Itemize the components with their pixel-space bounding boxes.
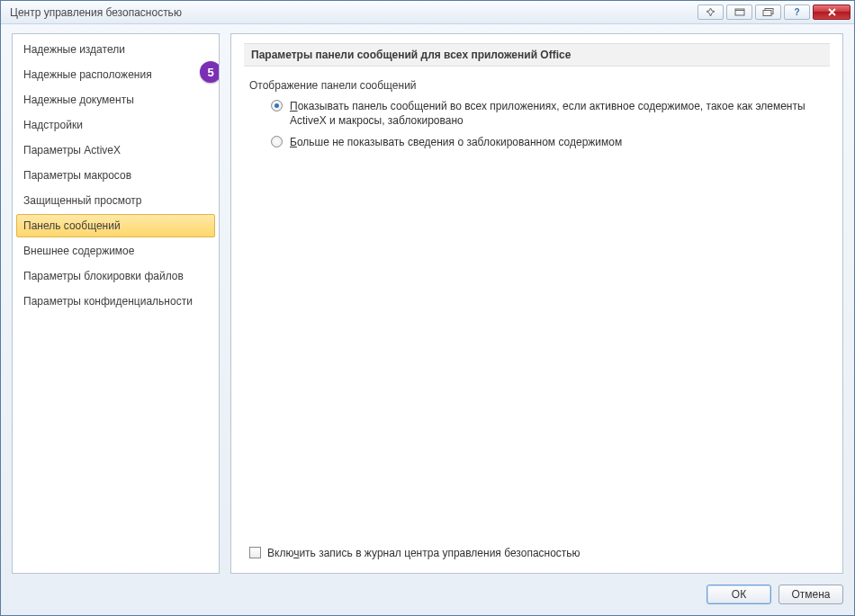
trust-center-window: Центр управления безопасностью ? Надежны… — [0, 0, 855, 616]
panes: Надежные издатели Надежные расположения … — [12, 33, 843, 574]
sidebar-item-label: Параметры блокировки файлов — [23, 270, 184, 282]
radio-icon — [271, 100, 283, 112]
sidebar-item-trusted-documents[interactable]: Надежные документы — [16, 88, 215, 112]
sidebar-item-activex[interactable]: Параметры ActiveX — [16, 138, 215, 162]
content-pane: Параметры панели сообщений для всех прил… — [230, 33, 843, 574]
window-title: Центр управления безопасностью — [10, 6, 698, 19]
cancel-button[interactable]: Отмена — [778, 585, 843, 604]
sidebar-item-protected-view[interactable]: Защищенный просмотр — [16, 189, 215, 212]
radio-label: Показывать панель сообщений во всех прил… — [290, 99, 830, 128]
radio-icon — [271, 136, 283, 147]
titlebar: Центр управления безопасностью ? — [1, 1, 854, 24]
checkbox-icon — [249, 547, 261, 558]
svg-rect-3 — [763, 11, 771, 16]
sidebar-item-label: Параметры конфиденциальности — [23, 295, 193, 308]
section-header: Параметры панели сообщений для всех прил… — [244, 43, 830, 67]
radio-label: Больше не показывать сведения о заблокир… — [290, 135, 622, 149]
sidebar-item-addins[interactable]: Надстройки — [16, 113, 215, 137]
sidebar-item-label: Надежные издатели — [23, 43, 125, 56]
close-button[interactable] — [813, 4, 850, 20]
sidebar-item-label: Надстройки — [23, 119, 83, 131]
enable-logging-row[interactable]: Включить запись в журнал центра управлен… — [249, 546, 830, 560]
ok-button[interactable]: ОК — [706, 585, 771, 604]
sidebar-item-label: Надежные расположения — [23, 68, 152, 81]
restore1-button[interactable] — [726, 4, 752, 20]
titlebar-buttons: ? — [698, 4, 850, 20]
step-number: 5 — [207, 66, 213, 79]
sidebar-item-privacy[interactable]: Параметры конфиденциальности — [16, 290, 215, 313]
radio-option-never-show[interactable]: Больше не показывать сведения о заблокир… — [271, 135, 830, 149]
close-icon — [827, 8, 837, 16]
radio-option-show-message-bar[interactable]: Показывать панель сообщений во всех прил… — [271, 99, 830, 128]
checkbox-label: Включить запись в журнал центра управлен… — [267, 546, 580, 560]
sidebar-item-label: Надежные документы — [23, 94, 134, 106]
sidebar-item-external-content[interactable]: Внешнее содержимое — [16, 239, 215, 263]
button-label: ОК — [732, 588, 746, 601]
dialog-body: Надежные издатели Надежные расположения … — [1, 24, 854, 615]
help-button[interactable]: ? — [784, 4, 810, 20]
sidebar-item-label: Защищенный просмотр — [23, 194, 142, 207]
sidebar-item-trusted-publishers[interactable]: Надежные издатели — [16, 38, 215, 61]
step-annotation-badge: 5 — [200, 61, 220, 83]
group-label: Отображение панели сообщений — [249, 79, 830, 92]
sidebar-item-message-bar[interactable]: Панель сообщений — [16, 214, 215, 237]
sidebar-item-trusted-locations[interactable]: Надежные расположения — [16, 63, 215, 86]
sidebar-item-file-block[interactable]: Параметры блокировки файлов — [16, 264, 215, 288]
sidebar-item-label: Параметры ActiveX — [23, 144, 121, 156]
pin-button[interactable] — [698, 4, 724, 20]
sidebar-item-label: Внешнее содержимое — [23, 245, 134, 257]
sidebar: Надежные издатели Надежные расположения … — [12, 33, 220, 574]
sidebar-item-macros[interactable]: Параметры макросов — [16, 164, 215, 187]
sidebar-item-label: Панель сообщений — [23, 219, 121, 232]
dialog-footer: ОК Отмена — [12, 574, 843, 604]
help-icon: ? — [794, 7, 799, 17]
sidebar-item-label: Параметры макросов — [23, 169, 131, 182]
restore2-button[interactable] — [755, 4, 781, 20]
button-label: Отмена — [791, 588, 830, 601]
